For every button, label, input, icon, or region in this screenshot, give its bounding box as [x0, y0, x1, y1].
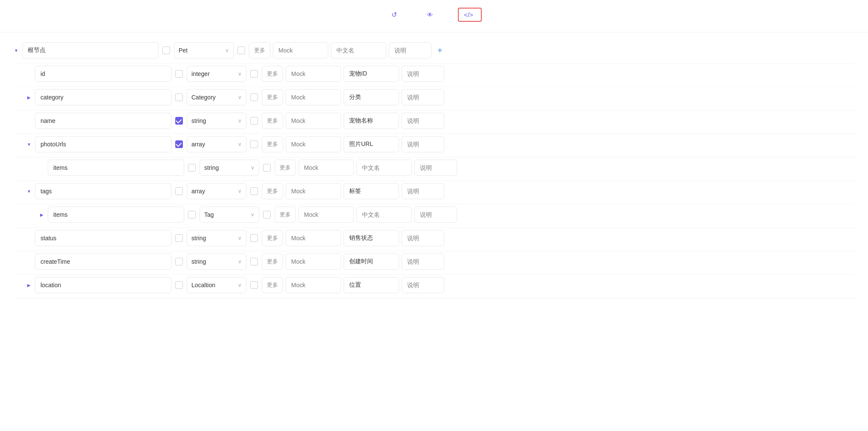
toggle-arrow[interactable]: ▶: [26, 282, 32, 288]
more-button[interactable]: 更多: [275, 207, 296, 223]
field-name-input[interactable]: [22, 42, 159, 58]
required-checkbox-wrap[interactable]: [174, 69, 184, 79]
chinese-name-input[interactable]: [331, 42, 386, 58]
extra-checkbox[interactable]: [263, 164, 271, 172]
chinese-name-input[interactable]: [344, 230, 399, 246]
extra-checkbox-wrap[interactable]: [249, 116, 259, 126]
required-checkbox-wrap[interactable]: [174, 256, 184, 267]
required-checkbox-wrap[interactable]: [174, 280, 184, 290]
mock-input[interactable]: [286, 136, 341, 152]
json-xml-import-button[interactable]: ↺: [386, 8, 405, 21]
chinese-name-input[interactable]: [344, 253, 399, 270]
mock-input[interactable]: [286, 183, 341, 199]
required-checkbox-wrap[interactable]: [174, 186, 184, 196]
required-checkbox-wrap[interactable]: [174, 233, 184, 243]
more-button[interactable]: 更多: [262, 230, 283, 246]
type-select[interactable]: string∨: [187, 253, 246, 270]
desc-input[interactable]: [402, 136, 444, 152]
chinese-name-input[interactable]: [344, 277, 399, 293]
desc-input[interactable]: [402, 113, 444, 129]
type-select[interactable]: Category∨: [187, 89, 246, 105]
extra-checkbox[interactable]: [250, 234, 258, 242]
chinese-name-input[interactable]: [344, 89, 399, 105]
mock-input[interactable]: [286, 253, 341, 270]
extra-checkbox-wrap[interactable]: [262, 163, 272, 173]
more-button[interactable]: 更多: [262, 89, 283, 105]
more-button[interactable]: 更多: [275, 160, 296, 176]
chinese-name-input[interactable]: [344, 183, 399, 199]
extra-checkbox[interactable]: [250, 93, 258, 101]
required-checkbox[interactable]: [175, 117, 183, 125]
required-checkbox[interactable]: [175, 258, 183, 265]
toggle-arrow[interactable]: ▶: [38, 211, 45, 218]
type-select[interactable]: Tag∨: [200, 207, 259, 223]
chinese-name-input[interactable]: [344, 136, 399, 152]
required-checkbox[interactable]: [175, 281, 183, 289]
required-checkbox-wrap[interactable]: [174, 139, 184, 149]
field-name-input[interactable]: [35, 66, 171, 82]
more-button[interactable]: 更多: [262, 66, 283, 82]
chinese-name-input[interactable]: [344, 113, 399, 129]
toggle-arrow[interactable]: ▶: [26, 94, 32, 101]
field-name-input[interactable]: [35, 183, 171, 199]
more-button[interactable]: 更多: [262, 183, 283, 199]
desc-input[interactable]: [414, 207, 457, 223]
type-select[interactable]: string∨: [187, 113, 246, 129]
field-name-input[interactable]: [48, 160, 184, 176]
required-checkbox[interactable]: [175, 234, 183, 242]
chinese-name-input[interactable]: [356, 160, 412, 176]
field-name-input[interactable]: [35, 89, 171, 105]
extra-checkbox-wrap[interactable]: [249, 186, 259, 196]
mock-input[interactable]: [286, 89, 341, 105]
extra-checkbox[interactable]: [250, 187, 258, 195]
type-select[interactable]: Pet∨: [174, 42, 234, 58]
field-name-input[interactable]: [35, 277, 171, 293]
extra-checkbox[interactable]: [250, 117, 258, 125]
required-checkbox-wrap[interactable]: [187, 210, 197, 220]
desc-input[interactable]: [402, 277, 444, 293]
required-checkbox[interactable]: [175, 140, 183, 148]
extra-checkbox-wrap[interactable]: [249, 256, 259, 267]
add-field-button[interactable]: +: [434, 46, 446, 55]
mock-input[interactable]: [273, 42, 328, 58]
mock-input[interactable]: [298, 207, 354, 223]
field-name-input[interactable]: [35, 253, 171, 270]
more-button[interactable]: 更多: [262, 113, 283, 129]
chinese-name-input[interactable]: [356, 207, 412, 223]
required-checkbox[interactable]: [188, 211, 196, 218]
desc-input[interactable]: [389, 42, 431, 58]
extra-checkbox[interactable]: [250, 258, 258, 265]
extra-checkbox[interactable]: [250, 281, 258, 289]
required-checkbox-wrap[interactable]: [187, 163, 197, 173]
field-name-input[interactable]: [35, 113, 171, 129]
desc-input[interactable]: [402, 253, 444, 270]
field-name-input[interactable]: [35, 136, 171, 152]
extra-checkbox-wrap[interactable]: [249, 69, 259, 79]
type-select[interactable]: string∨: [200, 160, 259, 176]
toggle-arrow[interactable]: ▼: [26, 141, 32, 148]
mock-input[interactable]: [286, 277, 341, 293]
extra-checkbox-wrap[interactable]: [249, 280, 259, 290]
mock-input[interactable]: [298, 160, 354, 176]
chinese-name-input[interactable]: [344, 66, 399, 82]
type-select[interactable]: integer∨: [187, 66, 246, 82]
extra-checkbox-wrap[interactable]: [249, 139, 259, 149]
desc-input[interactable]: [402, 230, 444, 246]
extra-checkbox[interactable]: [250, 140, 258, 148]
extra-checkbox-wrap[interactable]: [249, 233, 259, 243]
toggle-arrow[interactable]: ▼: [26, 188, 32, 195]
desc-input[interactable]: [414, 160, 457, 176]
required-checkbox[interactable]: [175, 187, 183, 195]
more-button[interactable]: 更多: [262, 253, 283, 270]
type-select[interactable]: Localtion∨: [187, 277, 246, 293]
preview-button[interactable]: 👁: [422, 9, 441, 21]
more-button[interactable]: 更多: [249, 42, 270, 58]
toggle-arrow[interactable]: ▼: [13, 47, 20, 54]
required-checkbox-wrap[interactable]: [174, 116, 184, 126]
required-checkbox[interactable]: [175, 70, 183, 78]
mock-input[interactable]: [286, 66, 341, 82]
extra-checkbox-wrap[interactable]: [236, 45, 246, 55]
required-checkbox[interactable]: [188, 164, 196, 172]
required-checkbox[interactable]: [175, 93, 183, 101]
extra-checkbox[interactable]: [263, 211, 271, 218]
